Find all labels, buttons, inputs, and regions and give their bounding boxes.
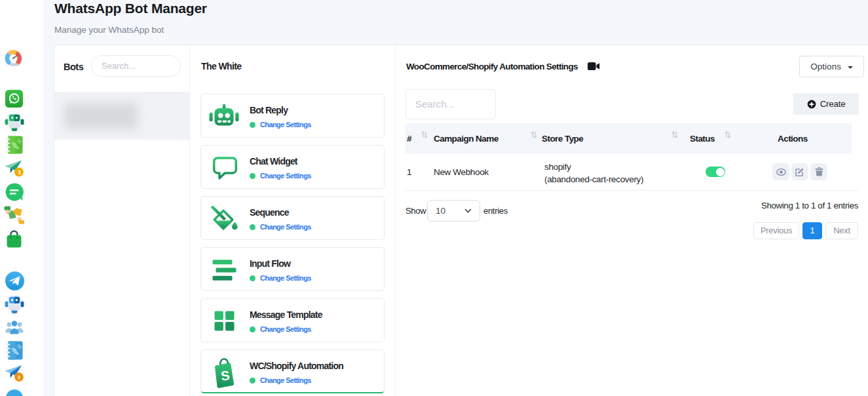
svg-text:S: S — [220, 368, 231, 384]
svg-text:1: 1 — [18, 169, 22, 176]
svg-text:!: ! — [18, 374, 20, 381]
